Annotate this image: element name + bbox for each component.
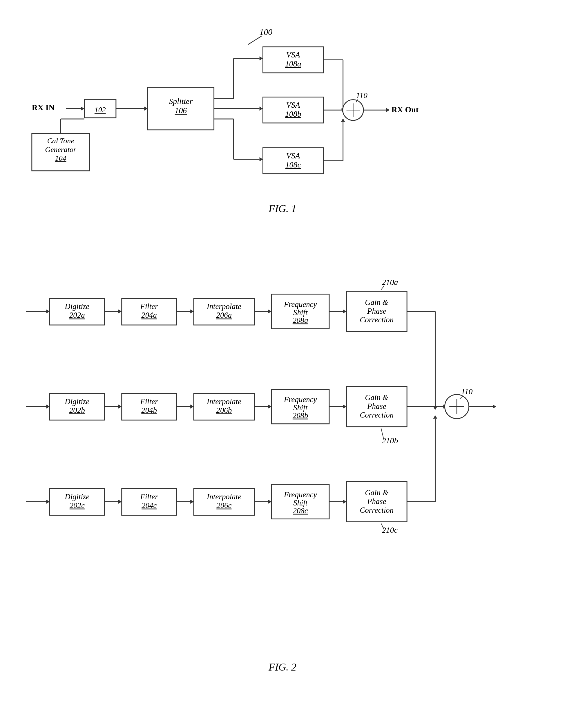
svg-text:208a: 208a [292,316,308,325]
svg-text:202c: 202c [70,501,85,510]
svg-text:Gain &: Gain & [365,298,388,307]
svg-text:Frequency: Frequency [283,300,317,309]
fig1-svg: 100 RX IN 102 Cal Tone Generator 104 [23,17,542,215]
svg-text:204a: 204a [141,311,157,319]
svg-marker-129 [118,500,122,504]
svg-text:Gain &: Gain & [365,488,388,497]
svg-text:Correction: Correction [360,411,393,419]
svg-text:Shift: Shift [293,403,308,412]
svg-text:100: 100 [260,27,273,37]
svg-text:Phase: Phase [367,307,386,315]
svg-line-1 [248,36,262,45]
svg-text:VSA: VSA [286,50,300,59]
fig2-label: FIG. 2 [269,661,296,673]
svg-marker-122 [493,404,496,409]
svg-text:206b: 206b [216,406,232,415]
page: 100 RX IN 102 Cal Tone Generator 104 [0,0,565,728]
svg-marker-96 [190,404,194,409]
svg-marker-101 [268,404,272,409]
svg-text:Shift: Shift [293,498,308,507]
svg-marker-64 [190,309,194,313]
svg-text:Digitize: Digitize [64,397,89,406]
svg-text:102: 102 [95,106,106,114]
svg-text:Filter: Filter [140,492,158,501]
svg-marker-145 [343,500,346,504]
svg-text:Shift: Shift [293,308,308,317]
svg-text:108c: 108c [285,160,301,169]
svg-text:VSA: VSA [286,151,300,160]
svg-marker-139 [268,500,272,504]
svg-marker-107 [343,404,346,409]
svg-marker-84 [433,407,437,410]
svg-text:202a: 202a [69,311,85,319]
svg-marker-51 [386,108,390,112]
svg-marker-54 [46,309,50,313]
svg-text:VSA: VSA [286,100,300,109]
svg-marker-4 [81,106,84,111]
svg-text:Filter: Filter [140,397,158,406]
svg-text:106: 106 [175,106,187,115]
svg-text:Correction: Correction [360,506,393,514]
svg-marker-154 [433,415,437,419]
svg-text:210b: 210b [382,436,398,445]
svg-text:Digitize: Digitize [64,492,89,501]
svg-text:Filter: Filter [140,302,158,311]
svg-marker-23 [260,106,263,111]
svg-marker-69 [268,309,272,313]
svg-marker-44 [341,118,345,122]
svg-text:Correction: Correction [360,315,393,324]
svg-marker-86 [46,404,50,409]
svg-text:Interpolate: Interpolate [207,397,241,406]
svg-text:Generator: Generator [45,145,76,154]
svg-marker-134 [190,500,194,504]
svg-text:206a: 206a [216,311,232,319]
svg-marker-75 [343,309,346,313]
fig1-label: FIG. 1 [269,203,296,215]
svg-text:206c: 206c [216,501,232,510]
svg-text:Phase: Phase [367,497,386,506]
svg-text:204b: 204b [141,406,157,415]
fig2-container: Digitize 202a Filter 204a Interpolate 20… [23,238,542,673]
svg-text:110: 110 [461,387,473,396]
svg-text:108b: 108b [285,109,301,118]
svg-text:Gain &: Gain & [365,393,388,402]
svg-marker-91 [118,404,122,409]
svg-text:204c: 204c [142,501,157,510]
svg-marker-27 [260,157,263,161]
svg-text:104: 104 [55,154,66,162]
svg-text:Cal Tone: Cal Tone [47,137,74,145]
svg-text:RX Out: RX Out [391,105,418,114]
svg-marker-59 [118,309,122,313]
svg-text:Interpolate: Interpolate [207,492,241,501]
svg-text:208c: 208c [293,506,308,515]
svg-marker-124 [46,500,50,504]
svg-text:Interpolate: Interpolate [207,302,241,311]
svg-text:Digitize: Digitize [64,302,89,311]
svg-text:210c: 210c [382,525,398,534]
svg-text:202b: 202b [69,406,85,415]
svg-marker-8 [144,106,148,111]
svg-text:110: 110 [356,91,367,100]
svg-text:Splitter: Splitter [169,97,193,106]
svg-text:Frequency: Frequency [283,395,317,404]
svg-text:210a: 210a [382,278,398,287]
svg-text:208b: 208b [292,411,308,420]
svg-text:108a: 108a [285,59,301,68]
fig1-container: 100 RX IN 102 Cal Tone Generator 104 [23,17,542,215]
svg-text:RX IN: RX IN [32,103,55,112]
svg-text:Phase: Phase [367,402,386,411]
svg-marker-21 [260,56,263,60]
svg-text:Frequency: Frequency [283,490,317,499]
fig2-svg: Digitize 202a Filter 204a Interpolate 20… [23,238,542,673]
